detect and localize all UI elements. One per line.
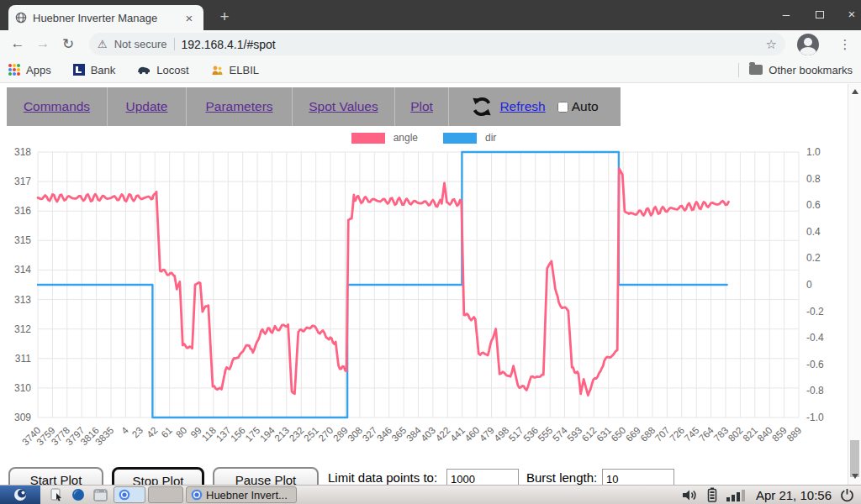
volume-icon[interactable] <box>682 489 699 501</box>
new-tab-button[interactable]: + <box>214 7 235 27</box>
other-bookmarks[interactable]: Other bookmarks <box>749 64 853 76</box>
bookmark-label: Bank <box>91 64 116 76</box>
x-tick-label: 4 <box>119 425 130 436</box>
taskbar-window-other[interactable] <box>148 486 183 503</box>
scroll-down-icon[interactable] <box>852 474 858 479</box>
file-manager-icon <box>50 488 64 502</box>
address-bar[interactable]: ⚠ Not secure 192.168.4.1/#spot ☆ <box>89 33 785 55</box>
tab-close-icon[interactable]: × <box>182 11 197 25</box>
y-right-tick-label: 0 <box>806 279 812 291</box>
y-right-tick-label: -0.4 <box>806 332 824 344</box>
spot-values-link[interactable]: Spot Values <box>309 99 378 114</box>
x-tick-label: 889 <box>784 425 803 444</box>
taskbar-clock[interactable]: Apr 21, 10:56 <box>756 488 832 502</box>
network-signal-icon[interactable] <box>726 488 747 501</box>
browser-launcher[interactable] <box>67 486 89 504</box>
y-right-tick-label: -0.6 <box>806 359 824 370</box>
y-right-tick-label: 0.4 <box>806 226 821 238</box>
legend-swatch-dir[interactable] <box>443 133 477 144</box>
battery-icon[interactable] <box>707 487 717 502</box>
terminal-icon <box>93 489 108 501</box>
x-tick-label: 80 <box>174 425 189 440</box>
taskbar-window-huebner[interactable]: Huebner Invert... <box>186 486 297 503</box>
auto-checkbox[interactable] <box>557 102 568 113</box>
terminal-launcher[interactable] <box>89 486 111 504</box>
parameters-link[interactable]: Parameters <box>205 99 272 114</box>
y-right-tick-label: 0.6 <box>806 199 821 211</box>
omnibox-divider <box>174 38 175 50</box>
reload-button[interactable]: ↻ <box>55 35 81 53</box>
line-chart: 3093103113123133143153163173181.00.80.60… <box>0 146 848 465</box>
bookmark-bank[interactable]: Bank <box>73 64 116 76</box>
security-label[interactable]: Not secure <box>114 38 167 50</box>
legend-label-angle[interactable]: angle <box>394 132 418 144</box>
burst-label: Burst length: <box>526 470 597 485</box>
chart-legend: angle dir <box>0 132 848 144</box>
window-close-button[interactable]: × <box>837 0 861 29</box>
screen: Huebner Inverter Manage × + – × ← → ↻ ⚠ … <box>0 0 861 504</box>
y-right-tick-label: 1.0 <box>806 146 821 158</box>
chromium-icon <box>191 489 203 501</box>
taskbar-window-chromium[interactable] <box>114 486 145 503</box>
y-left-tick-label: 318 <box>14 146 31 158</box>
power-icon[interactable] <box>840 488 854 502</box>
y-left-tick-label: 311 <box>15 353 31 365</box>
y-left-tick-label: 312 <box>14 323 31 335</box>
browser-tab[interactable]: Huebner Inverter Manage × <box>8 5 203 30</box>
nav-cell-commands[interactable]: Commands <box>7 87 108 126</box>
bookmarks-bar: Apps Bank Locost ELBIL Other bookmarks <box>0 57 861 83</box>
update-link[interactable]: Update <box>126 99 168 114</box>
folder-icon <box>749 65 763 75</box>
bookmark-label: ELBIL <box>230 64 259 76</box>
plot-link[interactable]: Plot <box>410 99 433 114</box>
nav-cell-update[interactable]: Update <box>108 87 187 126</box>
globe-icon <box>15 12 27 24</box>
taskbar-menu-button[interactable] <box>0 486 40 504</box>
chromium-icon <box>119 489 130 501</box>
page-nav-bar: Commands Update Parameters Spot Values P… <box>7 87 621 126</box>
car-icon <box>137 65 151 75</box>
nav-cell-parameters[interactable]: Parameters <box>187 87 293 126</box>
y-left-tick-label: 315 <box>14 234 31 246</box>
bookmarks-divider <box>738 63 739 77</box>
vertical-scrollbar[interactable] <box>848 84 861 485</box>
series-angle <box>38 168 729 395</box>
window-minimize-button[interactable]: – <box>772 0 800 29</box>
commands-link[interactable]: Commands <box>24 99 90 114</box>
distro-logo-icon <box>13 488 27 501</box>
y-right-tick-label: -1.0 <box>806 412 824 423</box>
tab-title: Huebner Inverter Manage <box>33 12 176 24</box>
bookmark-star-icon[interactable]: ☆ <box>766 37 777 52</box>
legend-label-dir[interactable]: dir <box>485 132 496 144</box>
file-manager-launcher[interactable] <box>45 486 67 504</box>
y-left-tick-label: 310 <box>14 382 31 394</box>
scroll-up-icon[interactable] <box>852 89 858 94</box>
x-tick-label: 42 <box>145 425 160 440</box>
y-right-tick-label: -0.8 <box>806 385 824 396</box>
refresh-link[interactable]: Refresh <box>499 99 545 114</box>
bookmark-apps[interactable]: Apps <box>8 64 51 76</box>
bookmark-locost[interactable]: Locost <box>137 64 188 76</box>
not-secure-warning-icon: ⚠ <box>98 38 108 50</box>
refresh-icon[interactable] <box>471 96 493 118</box>
bookmark-elbil[interactable]: ELBIL <box>211 64 259 76</box>
y-left-tick-label: 309 <box>14 412 31 423</box>
apps-grid-icon <box>8 64 20 76</box>
profile-avatar[interactable] <box>797 34 819 55</box>
y-right-tick-label: 0.2 <box>806 252 821 264</box>
limit-label: Limit data points to: <box>328 470 437 485</box>
restore-icon <box>816 11 824 18</box>
auto-label: Auto <box>572 99 599 114</box>
back-button[interactable]: ← <box>5 35 30 52</box>
url-text[interactable]: 192.168.4.1/#spot <box>182 38 276 51</box>
legend-swatch-angle[interactable] <box>351 133 385 144</box>
scrollbar-thumb[interactable] <box>850 440 859 477</box>
y-left-tick-label: 317 <box>14 176 31 187</box>
y-left-tick-label: 316 <box>14 205 31 217</box>
y-left-tick-label: 314 <box>14 264 31 276</box>
window-restore-button[interactable] <box>806 0 834 29</box>
nav-cell-spot-values[interactable]: Spot Values <box>293 87 395 126</box>
browser-menu-icon[interactable]: ⋮ <box>834 34 856 55</box>
nav-cell-plot[interactable]: Plot <box>395 87 449 126</box>
forward-button[interactable]: → <box>30 35 55 52</box>
